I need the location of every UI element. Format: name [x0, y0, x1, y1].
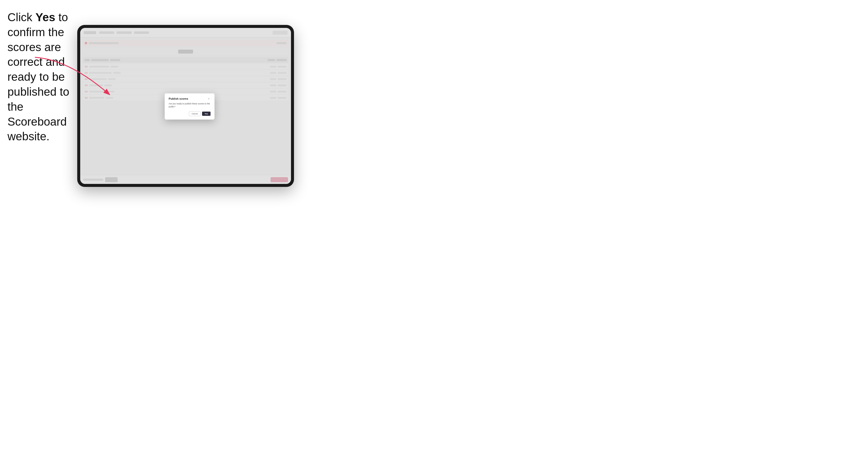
- modal-header: Publish scores ×: [169, 97, 211, 100]
- modal-close-button[interactable]: ×: [207, 97, 211, 100]
- tablet-screen: Publish scores × Are you ready to publis…: [80, 28, 291, 184]
- cancel-button[interactable]: Cancel: [189, 111, 200, 116]
- tablet-device: Publish scores × Are you ready to publis…: [77, 25, 294, 187]
- modal-body-text: Are you ready to publish these scores to…: [169, 102, 211, 108]
- publish-scores-modal: Publish scores × Are you ready to publis…: [165, 93, 215, 120]
- modal-title: Publish scores: [169, 97, 188, 100]
- modal-footer: Cancel Yes: [169, 111, 211, 116]
- yes-button[interactable]: Yes: [202, 112, 211, 116]
- instruction-text: Click Yes to confirm the scores are corr…: [7, 10, 80, 144]
